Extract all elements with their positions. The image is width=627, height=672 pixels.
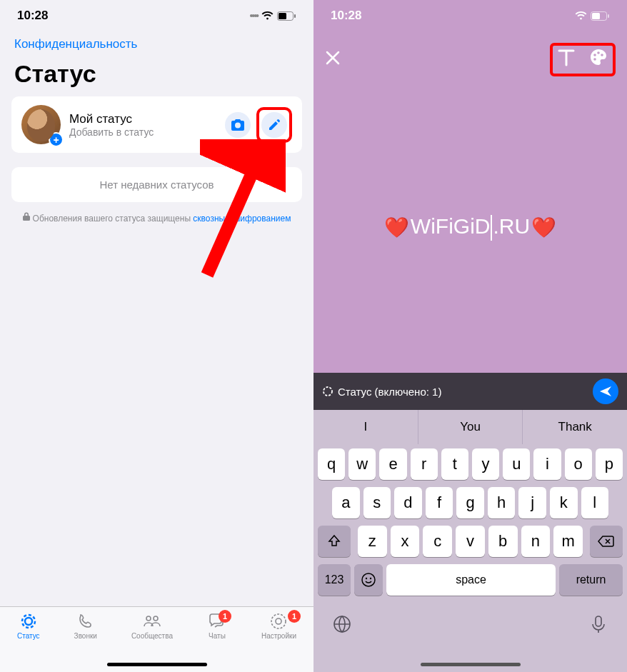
- space-key[interactable]: space: [386, 564, 556, 596]
- key-q[interactable]: q: [318, 448, 345, 480]
- phone-icon: [77, 611, 94, 631]
- status-text-value: WiFiGiD.RU: [411, 214, 530, 241]
- emoji-key[interactable]: [354, 564, 383, 596]
- home-indicator[interactable]: [421, 663, 521, 666]
- key-n[interactable]: n: [521, 526, 551, 557]
- mic-icon: [588, 614, 608, 634]
- text-icon: [557, 47, 576, 67]
- tab-calls-label: Звонки: [74, 632, 97, 640]
- key-r[interactable]: r: [411, 448, 438, 480]
- return-key[interactable]: return: [559, 564, 623, 596]
- tab-status[interactable]: Статус: [17, 611, 40, 672]
- heart-icon: ❤️: [531, 216, 556, 239]
- tab-calls[interactable]: Звонки: [74, 611, 97, 672]
- key-h[interactable]: h: [488, 487, 516, 518]
- key-s[interactable]: s: [363, 487, 391, 518]
- highlight-tools: [550, 43, 616, 76]
- key-v[interactable]: v: [456, 526, 485, 557]
- key-a[interactable]: a: [332, 487, 360, 518]
- status-text-input[interactable]: ❤️ WiFiGiD.RU ❤️: [314, 214, 627, 241]
- edit-button[interactable]: [261, 112, 287, 138]
- backspace-icon: [598, 535, 615, 548]
- text-tool-button[interactable]: [557, 47, 576, 72]
- dictation-button[interactable]: [588, 614, 608, 637]
- key-e[interactable]: e: [379, 448, 406, 480]
- key-m[interactable]: m: [553, 526, 583, 557]
- key-j[interactable]: j: [518, 487, 546, 518]
- privacy-link[interactable]: Конфиденциальность: [0, 31, 314, 57]
- key-f[interactable]: f: [426, 487, 453, 518]
- my-status-title: Мой статус: [69, 112, 219, 126]
- camera-icon: [231, 119, 245, 131]
- clock: 10:28: [17, 9, 48, 23]
- pencil-icon: [268, 119, 281, 131]
- key-b[interactable]: b: [488, 526, 518, 557]
- communities-icon: [142, 611, 162, 631]
- svg-point-6: [146, 616, 151, 621]
- key-x[interactable]: x: [391, 526, 420, 557]
- send-bar: Статус (включено: 1): [314, 373, 627, 410]
- keyboard: I You Thank qwertyuiop asdfghjkl zxcvbnm…: [314, 410, 627, 672]
- camera-button[interactable]: [225, 112, 251, 138]
- my-status-row[interactable]: + Мой статус Добавить в статус: [11, 96, 302, 153]
- svg-point-7: [154, 616, 158, 621]
- keyboard-row-1: qwertyuiop: [318, 448, 623, 480]
- svg-point-20: [370, 578, 371, 579]
- battery-icon: [277, 11, 296, 21]
- svg-point-5: [25, 618, 32, 625]
- status-icon: [19, 611, 38, 631]
- key-l[interactable]: l: [581, 487, 609, 518]
- tab-chats[interactable]: Чаты 1: [207, 611, 227, 672]
- page-title: Статус: [0, 57, 314, 96]
- key-i[interactable]: i: [533, 448, 561, 480]
- key-z[interactable]: z: [358, 526, 387, 557]
- svg-point-14: [597, 51, 600, 54]
- battery-icon: [591, 11, 610, 21]
- send-button[interactable]: [593, 378, 618, 404]
- suggestion[interactable]: Thank: [523, 410, 627, 444]
- gear-icon: [269, 611, 288, 631]
- avatar: +: [21, 105, 61, 144]
- key-w[interactable]: w: [348, 448, 376, 480]
- close-icon: [325, 50, 341, 66]
- key-d[interactable]: d: [394, 487, 422, 518]
- numbers-key[interactable]: 123: [318, 564, 351, 596]
- plus-icon: +: [49, 132, 64, 147]
- key-u[interactable]: u: [503, 448, 530, 480]
- suggestion[interactable]: You: [418, 410, 523, 444]
- key-p[interactable]: p: [596, 448, 623, 480]
- encryption-text: Обновления вашего статуса защищены сквоз…: [33, 212, 291, 225]
- wifi-icon: [261, 11, 274, 21]
- svg-point-9: [276, 618, 281, 624]
- keyboard-row-2: asdfghjkl: [318, 487, 623, 518]
- key-k[interactable]: k: [550, 487, 578, 518]
- suggestion[interactable]: I: [314, 410, 418, 444]
- key-t[interactable]: t: [441, 448, 468, 480]
- tab-settings[interactable]: Настройки 1: [261, 611, 296, 672]
- home-indicator[interactable]: [107, 663, 207, 666]
- svg-rect-12: [608, 14, 609, 18]
- svg-point-19: [366, 578, 367, 579]
- globe-button[interactable]: [332, 614, 352, 637]
- svg-point-8: [271, 614, 286, 628]
- keyboard-bottom: [314, 607, 627, 637]
- backspace-key[interactable]: [590, 526, 623, 557]
- audience-chip[interactable]: Статус (включено: 1): [322, 386, 441, 398]
- encryption-link[interactable]: сквозным шифрованием: [193, 214, 291, 224]
- tab-settings-label: Настройки: [261, 632, 296, 640]
- send-icon: [598, 384, 613, 398]
- status-indicators: [575, 11, 610, 21]
- shift-key[interactable]: [318, 526, 351, 557]
- key-o[interactable]: o: [565, 448, 592, 480]
- encryption-note: Обновления вашего статуса защищены сквоз…: [0, 202, 314, 225]
- tab-communities-label: Сообщества: [131, 632, 173, 640]
- palette-tool-button[interactable]: [588, 47, 608, 72]
- svg-point-4: [22, 615, 35, 628]
- close-button[interactable]: [325, 49, 341, 71]
- emoji-icon: [361, 572, 376, 588]
- key-y[interactable]: y: [472, 448, 499, 480]
- status-screen: 10:28 •••• Конфиденциальность Статус + М…: [0, 0, 314, 672]
- key-c[interactable]: c: [423, 526, 452, 557]
- settings-badge: 1: [288, 610, 301, 623]
- key-g[interactable]: g: [456, 487, 484, 518]
